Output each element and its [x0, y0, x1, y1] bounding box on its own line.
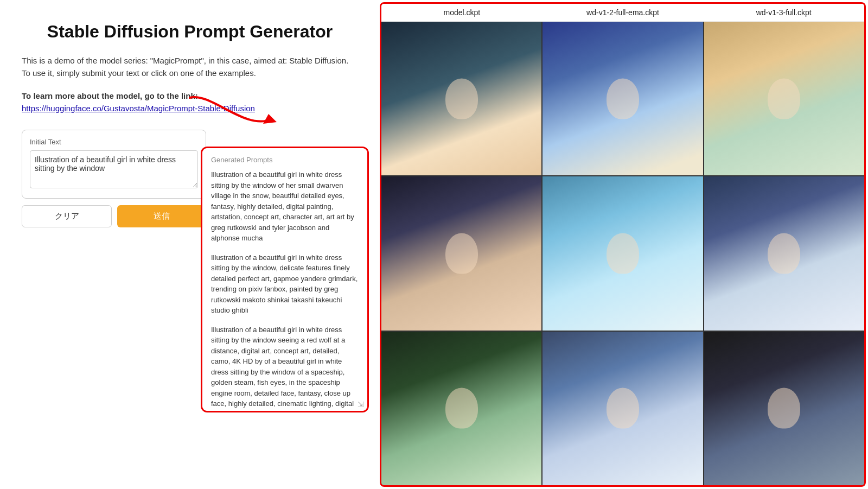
generated-prompt-2: Illustration of a beautiful girl in whit…	[211, 252, 359, 316]
initial-text-input[interactable]	[30, 150, 198, 188]
generated-prompt-1: Illustration of a beautiful girl in whit…	[211, 169, 359, 244]
col-header-1: model.ckpt	[381, 4, 542, 21]
image-cell-1-1	[381, 22, 541, 175]
page-title: Stable Diffusion Prompt Generator	[22, 22, 358, 42]
image-cell-2-2	[542, 176, 703, 330]
image-cell-3-2	[542, 332, 703, 485]
description-text: This is a demo of the model series: "Mag…	[22, 55, 358, 79]
right-panel: model.ckpt wd-v1-2-full-ema.ckpt wd-v1-3…	[380, 2, 866, 487]
clear-button[interactable]: クリア	[22, 205, 112, 227]
col-header-3: wd-v1-3-full.ckpt	[703, 4, 864, 21]
image-cell-3-1	[381, 332, 541, 485]
button-row: クリア 送信	[22, 205, 206, 227]
right-header: model.ckpt wd-v1-2-full-ema.ckpt wd-v1-3…	[381, 4, 864, 22]
svg-marker-0	[263, 114, 277, 124]
image-cell-1-2	[542, 22, 703, 175]
left-panel: Stable Diffusion Prompt Generator This i…	[0, 0, 380, 489]
image-grid	[381, 22, 864, 485]
learn-more-label: To learn more about the model, go to the…	[22, 91, 198, 100]
input-section: Initial Text	[22, 130, 206, 199]
image-cell-1-3	[704, 22, 864, 175]
input-label: Initial Text	[30, 138, 198, 146]
image-cell-3-3	[704, 332, 864, 485]
image-cell-2-3	[704, 176, 864, 330]
generated-prompt-3: Illustration of a beautiful girl in whit…	[211, 325, 359, 413]
generated-prompts-box: Generated Prompts Illustration of a beau…	[201, 147, 369, 412]
resize-handle: ⇲	[358, 400, 364, 409]
send-button[interactable]: 送信	[117, 205, 206, 227]
generated-label: Generated Prompts	[211, 156, 359, 164]
image-cell-2-1	[381, 176, 541, 330]
col-header-2: wd-v1-2-full-ema.ckpt	[542, 4, 704, 21]
